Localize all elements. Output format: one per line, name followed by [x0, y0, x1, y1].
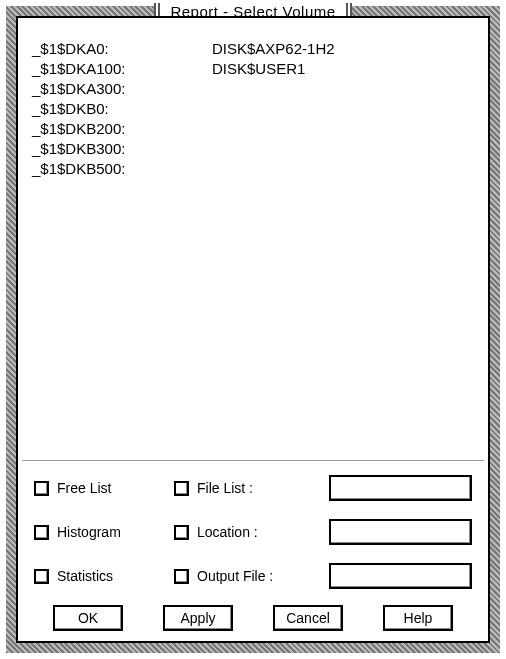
volume-device: _$1$DKA0:: [32, 39, 212, 59]
checkbox-icon: [34, 481, 49, 496]
checkbox-label: Free List: [57, 480, 111, 496]
checkbox-label: Output File :: [197, 568, 273, 584]
checkbox-icon: [34, 569, 49, 584]
file-list-checkbox[interactable]: File List :: [174, 480, 329, 496]
volume-device: _$1$DKA300:: [32, 79, 212, 99]
volume-device: _$1$DKB0:: [32, 99, 212, 119]
checkbox-icon: [174, 481, 189, 496]
checkbox-label: Histogram: [57, 524, 121, 540]
volume-list[interactable]: _$1$DKA0: DISK$AXP62-1H2 _$1$DKA100: DIS…: [28, 25, 478, 454]
checkbox-icon: [174, 569, 189, 584]
output-file-input[interactable]: [329, 563, 472, 589]
checkbox-label: Statistics: [57, 568, 113, 584]
window-client-area: _$1$DKA0: DISK$AXP62-1H2 _$1$DKA100: DIS…: [16, 16, 490, 643]
statistics-checkbox[interactable]: Statistics: [34, 568, 174, 584]
button-row: OK Apply Cancel Help: [28, 599, 478, 635]
volume-row[interactable]: _$1$DKA300:: [32, 79, 474, 99]
volume-row[interactable]: _$1$DKA100: DISK$USER1: [32, 59, 474, 79]
window-frame: Report - Select Volume _$1$DKA0: DISK$AX…: [6, 6, 500, 653]
volume-row[interactable]: _$1$DKB300:: [32, 139, 474, 159]
output-file-checkbox[interactable]: Output File :: [174, 568, 329, 584]
volume-row[interactable]: _$1$DKB500:: [32, 159, 474, 179]
volume-device: _$1$DKB300:: [32, 139, 212, 159]
volume-device: _$1$DKB200:: [32, 119, 212, 139]
file-list-input[interactable]: [329, 475, 472, 501]
checkbox-icon: [34, 525, 49, 540]
checkbox-label: Location :: [197, 524, 258, 540]
free-list-checkbox[interactable]: Free List: [34, 480, 174, 496]
apply-button[interactable]: Apply: [163, 605, 233, 631]
help-button[interactable]: Help: [383, 605, 453, 631]
checkbox-icon: [174, 525, 189, 540]
options-panel: Free List File List : Histogram Location…: [28, 471, 478, 599]
cancel-button[interactable]: Cancel: [273, 605, 343, 631]
volume-label: DISK$AXP62-1H2: [212, 39, 474, 59]
volume-row[interactable]: _$1$DKB200:: [32, 119, 474, 139]
checkbox-label: File List :: [197, 480, 253, 496]
volume-label: DISK$USER1: [212, 59, 474, 79]
location-checkbox[interactable]: Location :: [174, 524, 329, 540]
screen: Report - Select Volume _$1$DKA0: DISK$AX…: [0, 0, 506, 659]
separator: [22, 460, 484, 461]
histogram-checkbox[interactable]: Histogram: [34, 524, 174, 540]
volume-device: _$1$DKA100:: [32, 59, 212, 79]
location-input[interactable]: [329, 519, 472, 545]
ok-button[interactable]: OK: [53, 605, 123, 631]
volume-device: _$1$DKB500:: [32, 159, 212, 179]
volume-row[interactable]: _$1$DKA0: DISK$AXP62-1H2: [32, 39, 474, 59]
volume-row[interactable]: _$1$DKB0:: [32, 99, 474, 119]
